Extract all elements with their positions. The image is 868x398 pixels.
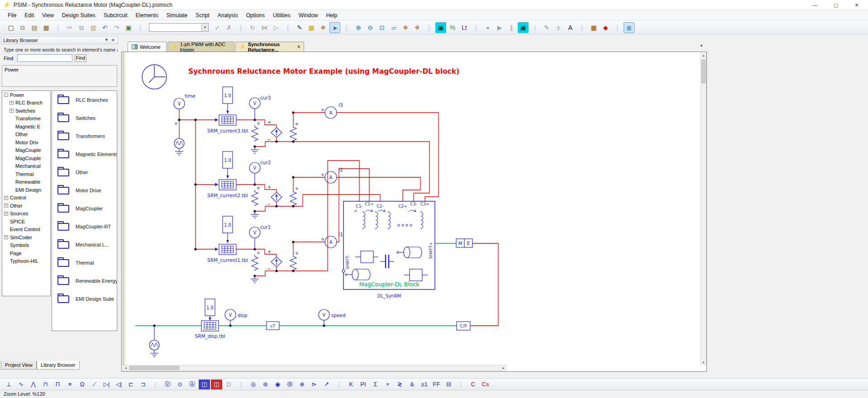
element-button[interactable]: PI xyxy=(358,379,369,389)
toolbar-button[interactable]: ✂ xyxy=(64,22,75,33)
toolbar-button[interactable]: ⊡ xyxy=(377,22,387,33)
element-button[interactable]: ◫ xyxy=(211,379,222,389)
scrollbar-thumb[interactable] xyxy=(129,366,179,370)
element-button[interactable]: ⟋ xyxy=(89,379,100,389)
tree-item[interactable]: Magnetic E xyxy=(2,123,50,131)
toolbar-button[interactable]: ● xyxy=(482,22,493,33)
toolbar-button[interactable]: | xyxy=(135,22,146,33)
mechanical-electrical-block[interactable]: M E xyxy=(435,239,498,326)
tab-close-icon[interactable]: × xyxy=(297,44,300,49)
toolbar-button[interactable]: ▦ xyxy=(41,22,52,33)
magcoupler-dl-block[interactable]: C1- C1+ C2- C2+ C3- C3+ + SHAFT- SHAFT+ … xyxy=(342,201,435,299)
scroll-up-icon[interactable]: ▲ xyxy=(701,54,706,57)
element-button[interactable]: ⟂ xyxy=(3,379,14,389)
toolbar-button[interactable]: ∥ xyxy=(506,22,517,33)
element-button[interactable]: ↗ xyxy=(321,379,332,389)
menu-item[interactable]: Design Suites xyxy=(58,10,100,20)
menu-item[interactable]: View xyxy=(38,10,58,20)
element-button[interactable]: ⦿ xyxy=(284,379,296,389)
combobox-dropdown-icon[interactable]: ▼ xyxy=(201,24,208,31)
element-button[interactable]: ≡ xyxy=(64,379,76,389)
tree-expand-icon[interactable]: + xyxy=(10,109,14,113)
toolbar-button[interactable]: Lt xyxy=(459,22,470,33)
list-item[interactable]: MagCoupler-RT xyxy=(52,218,117,236)
tree-item[interactable]: MagCouple xyxy=(2,147,50,155)
tree-expand-icon[interactable]: + xyxy=(10,101,14,105)
list-item[interactable]: EMI Design Suite xyxy=(52,290,117,308)
tree-item[interactable]: Renewable xyxy=(2,178,50,186)
toolbar-button[interactable]: ✎ xyxy=(294,22,305,33)
element-button[interactable]: ⊟ xyxy=(443,379,454,389)
tree-item[interactable]: Page xyxy=(2,249,50,257)
list-item[interactable]: Renewable Energy xyxy=(52,272,117,290)
element-button[interactable]: ◎ xyxy=(248,379,259,389)
tree-item[interactable]: Thermal xyxy=(2,170,50,178)
menu-item[interactable]: Edit xyxy=(20,10,38,20)
tab-project-view[interactable]: Project View xyxy=(1,361,37,370)
scrollbar-thumb[interactable] xyxy=(701,60,706,83)
list-item[interactable]: Mechanical L... xyxy=(52,236,117,254)
horizontal-scrollbar[interactable]: ◄ ► xyxy=(123,365,506,371)
tab-library-browser[interactable]: Library Browser xyxy=(37,361,80,370)
clock-symbol[interactable] xyxy=(142,65,167,89)
element-button[interactable]: Σ xyxy=(370,379,381,389)
toolbar-button[interactable]: ↷ xyxy=(111,22,122,33)
toolbar-button[interactable]: ❖ xyxy=(412,22,423,33)
element-button[interactable]: □ xyxy=(223,379,234,389)
toolbar-button[interactable]: A xyxy=(565,22,576,33)
toolbar-button[interactable]: | xyxy=(235,22,246,33)
toolbar-button[interactable]: ⊕ xyxy=(353,22,364,33)
menu-item[interactable]: Utilities xyxy=(269,10,295,20)
element-button[interactable]: K xyxy=(345,379,357,389)
panel-close-icon[interactable]: ✕ xyxy=(111,38,115,43)
element-button[interactable]: Ⓐ xyxy=(186,379,198,389)
toolbar-button[interactable]: | xyxy=(529,22,540,33)
menu-item[interactable]: Simulate xyxy=(162,10,192,20)
tab-list-dropdown-icon[interactable]: ▼ xyxy=(700,44,703,48)
element-button[interactable]: ▷| xyxy=(101,379,112,389)
element-button[interactable]: ⋀ xyxy=(28,379,39,389)
list-item[interactable]: Magnetic Elements xyxy=(52,145,117,163)
element-button[interactable]: C xyxy=(467,379,479,389)
tree-expand-icon[interactable]: + xyxy=(4,212,8,216)
menu-item[interactable]: Help xyxy=(322,10,341,20)
toolbar-button[interactable]: | xyxy=(341,22,352,33)
tree-item[interactable]: Mechanical xyxy=(2,162,50,171)
list-item[interactable]: Motor Drive xyxy=(52,181,117,199)
tab-welcome[interactable]: Welcome xyxy=(128,42,167,52)
element-button[interactable]: ∿ xyxy=(15,379,27,389)
menu-item[interactable]: Script xyxy=(191,10,214,20)
list-item[interactable]: Other xyxy=(52,163,117,181)
find-input[interactable] xyxy=(17,54,72,62)
schematic-canvas[interactable]: Sychnrouns Reluctance Motor Example (usi… xyxy=(121,52,707,372)
element-button[interactable]: ≥1 xyxy=(419,379,430,389)
toolbar-button[interactable]: | xyxy=(424,22,434,33)
toolbar-button[interactable]: ▦ xyxy=(306,22,317,33)
element-button[interactable]: ⊏ xyxy=(125,379,137,389)
toolbar-button[interactable]: ◆ xyxy=(600,22,611,33)
tree-expand-icon[interactable]: - xyxy=(4,93,8,97)
menu-item[interactable]: Window xyxy=(295,10,322,20)
list-item[interactable]: RLC Branches xyxy=(52,91,117,109)
displacement-row[interactable]: 1.0 SRM_disp.tbl V disp sT V speed C/P xyxy=(135,299,470,357)
element-button[interactable]: ⊐ xyxy=(138,379,149,389)
scroll-left-icon[interactable]: ◄ xyxy=(124,366,127,370)
toolbar-button[interactable]: ▥ xyxy=(88,22,99,33)
toolbar-button[interactable]: | xyxy=(577,22,587,33)
element-button[interactable]: ⊳ xyxy=(309,379,320,389)
toolbar-button[interactable]: ❖ xyxy=(400,22,411,33)
scroll-right-icon[interactable]: ► xyxy=(502,366,505,370)
minimize-button[interactable]: — xyxy=(805,0,825,10)
toolbar-button[interactable]: ▣ xyxy=(435,22,446,33)
element-button[interactable]: ≷ xyxy=(394,379,405,389)
element-button[interactable]: × xyxy=(382,379,393,389)
phase-row[interactable]: Vcur21.0SRM_current2.tbl+−AI2 xyxy=(194,152,343,218)
element-button[interactable]: FF xyxy=(431,379,442,389)
tree-item[interactable]: + Sources xyxy=(2,210,50,218)
list-item[interactable]: Transformers xyxy=(52,127,117,145)
tab-sync-document[interactable]: ⚡ Synchronous Reluctance... × xyxy=(235,42,304,52)
element-button[interactable]: ⊙ xyxy=(174,379,186,389)
scroll-down-icon[interactable]: ▼ xyxy=(701,361,706,364)
maximize-button[interactable]: ▢ xyxy=(825,0,846,10)
toolbar-button[interactable]: ▣ xyxy=(518,22,529,33)
